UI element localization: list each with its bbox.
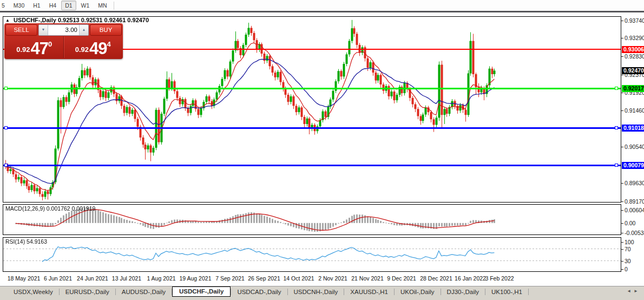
price-tick-label: 0.89170 [625,198,644,205]
rsi-axis-label: 100 [625,239,634,245]
timeframe-button-w1[interactable]: W1 [77,1,94,10]
price-tick-dash [621,201,623,202]
chart-tab-usdx[interactable]: USDX,Weekly [8,288,59,296]
buy-price-base: 0.92 [75,45,89,54]
hline-marker[interactable] [4,87,8,90]
rsi-tick-dash [621,269,623,270]
buy-price-big: 49 [89,41,107,56]
date-label: 19 Aug 2021 [180,275,212,282]
macd-tick-dash [621,233,623,233]
price-tick-label: 0.92830 [625,53,644,60]
macd-axis-label: 0.006045 [625,207,644,213]
buy-price-display[interactable]: 0.92 49 4 [64,36,122,58]
rsi-indicator-label: RSI(14) 54.9163 [5,238,47,245]
toolbar-separator [0,11,644,12]
volume-increase-icon[interactable]: ▴ [79,25,88,35]
price-badge: 0.92017 [622,85,644,92]
rsi-tick-dash [621,261,623,262]
timeframe-button-h1[interactable]: H1 [29,1,44,10]
hline-marker[interactable] [615,126,618,129]
price-badge: 0.93006 [622,46,644,53]
buy-button[interactable]: BUY [90,24,122,36]
hline-marker[interactable] [615,164,618,167]
chart-tab-xauusd-[interactable]: XAUUSD-,H1 [344,288,394,296]
chart-tab-eurusd-[interactable]: EURUSD-,Daily [60,288,115,296]
macd-tick-dash [621,223,623,224]
volume-decrease-icon[interactable]: ▾ [39,25,48,35]
price-tick-dash [621,183,623,184]
sell-price-pip: 0 [48,40,52,48]
tab-scroll-arrows: ◄► [627,289,641,294]
tab-separator [528,289,529,295]
chart-tab-usdcnh-[interactable]: USDCNH-,Daily [288,288,344,296]
timeframe-button-5[interactable]: 5 [0,1,9,10]
price-badge: 0.90079 [622,162,644,169]
rsi-canvas[interactable] [3,238,621,271]
date-label: 3 Feb 2022 [485,275,514,282]
date-label: 28 Dec 2021 [420,275,452,282]
hline-0.91018[interactable] [3,127,621,129]
date-label: 21 Nov 2021 [351,275,384,282]
date-label: 14 Oct 2021 [283,275,314,282]
macd-axis-label: 0.00 [625,220,635,226]
date-label: 16 Jan 2022 [455,275,486,282]
one-click-panel-toggle-icon[interactable]: ▲ [5,18,10,23]
sell-price-display[interactable]: 0.92 47 0 [5,36,64,58]
sell-price-big: 47 [31,41,48,56]
price-tick-label: 0.90540 [625,144,644,150]
sell-button[interactable]: SELL [5,24,37,36]
hline-marker[interactable] [4,164,8,167]
volume-input[interactable]: 3.00 [48,25,79,35]
price-badge: 0.91018 [622,125,644,132]
price-tick-dash [621,93,623,93]
date-label: 26 Sep 2021 [248,275,280,282]
price-badge: 0.92470 [622,67,644,74]
tab-scroll-right-icon[interactable]: ► [634,289,641,294]
hline-marker[interactable] [615,87,618,90]
statusbar-strip [0,297,644,300]
chart-tab-usdchf-[interactable]: USDCHF-,Daily [172,286,231,297]
price-tick-label: 0.93740 [625,17,644,24]
date-label: 9 Dec 2021 [387,275,416,282]
date-label: 6 Jun 2021 [44,275,72,282]
rsi-axis-label: 70 [625,246,631,252]
price-tick-label: 0.91460 [625,107,644,114]
price-tick-dash [621,75,623,75]
chart-tab-audusd-[interactable]: AUDUSD-,Daily [116,288,172,296]
tab-scroll-left-icon[interactable]: ◄ [627,289,634,294]
date-label: 7 Sep 2021 [215,275,245,282]
price-tick-label: 0.93290 [625,35,644,41]
chart-tab-bar: USDX,WeeklyEURUSD-,DailyAUDUSD-,DailyUSD… [0,286,644,297]
chart-tab-dj30-[interactable]: DJ30-,Daily [441,288,485,296]
timeframe-toolbar: 5M30H1H4D1W1MN [0,0,644,11]
chart-tab-usdcad-[interactable]: USDCAD-,Daily [231,288,287,296]
date-label: 13 Jul 2021 [112,275,141,282]
price-tick-label: 0.89630 [625,180,644,186]
chart-tab-uk100-[interactable]: UK100-,H1 [485,288,528,296]
timeframe-button-m30[interactable]: M30 [10,1,28,10]
one-click-trading-widget: SELL ▾ 3.00 ▴ BUY 0.92 47 0 0.92 49 4 [4,23,123,59]
macd-axis-label: -0.005385 [625,230,644,236]
timeframe-button-d1[interactable]: D1 [61,1,76,10]
hline-0.92017[interactable] [3,88,621,89]
rsi-axis-label: 0 [625,266,628,272]
macd-tick-dash [621,210,623,211]
buy-price-pip: 4 [107,40,111,48]
hline-0.90079[interactable] [3,165,621,166]
price-tick-dash [621,56,623,57]
price-tick-dash [621,110,623,111]
date-label: 1 Aug 2021 [147,275,175,282]
chart-symbol-title: ▲ USDCHF-,Daily 0.92513 0.92531 0.92461 … [5,17,149,23]
hline-marker[interactable] [4,126,8,129]
macd-indicator-label: MACD(12,26,9) 0.001762 0.001919 [5,205,95,212]
timeframe-button-mn[interactable]: MN [94,1,110,10]
toolbar-group-separator [114,2,114,10]
timeframe-button-h4[interactable]: H4 [45,1,60,10]
volume-stepper: ▾ 3.00 ▴ [38,24,89,36]
macd-canvas[interactable] [3,205,621,234]
price-tick-dash [621,21,623,21]
chart-tab-ukoil-[interactable]: UKOil-,Daily [395,288,441,296]
price-tick-dash [621,147,623,147]
rsi-axis-label: 30 [625,258,631,264]
trading-terminal-window: 5M30H1H4D1W1MN ▲ USDCHF-,Daily 0.92513 0… [0,0,644,300]
